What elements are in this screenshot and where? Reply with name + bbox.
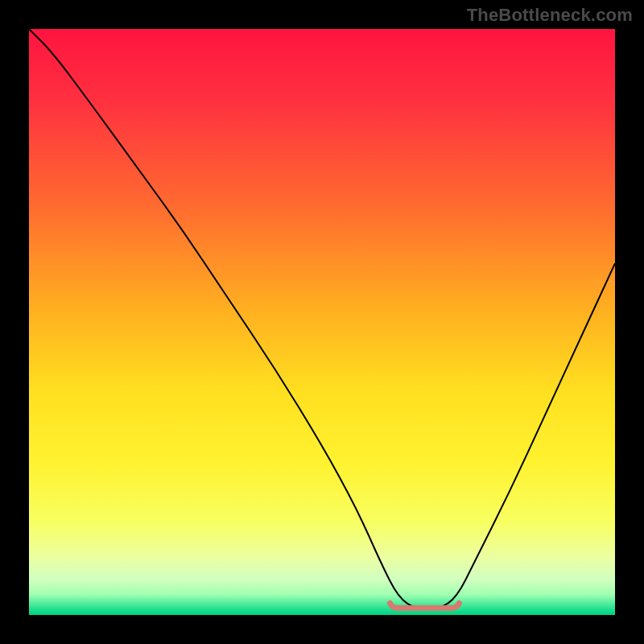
bottleneck-chart-svg [29,29,615,615]
gradient-background [29,29,615,615]
watermark-text: TheBottleneck.com [467,5,633,26]
chart-frame: TheBottleneck.com [0,0,644,644]
plot-area [29,29,615,615]
